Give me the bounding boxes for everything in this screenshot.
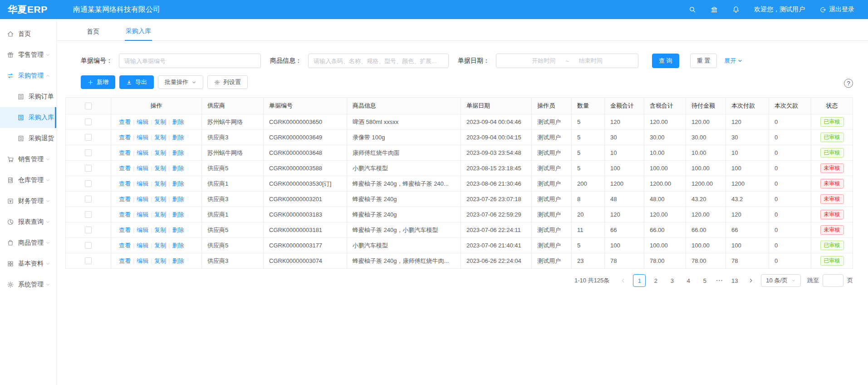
bank-icon[interactable] <box>711 6 718 13</box>
page-13-button[interactable]: 13 <box>728 274 741 287</box>
copy-link[interactable]: 复制 <box>154 118 166 125</box>
page-5-button[interactable]: 5 <box>698 274 711 287</box>
item-info-input[interactable] <box>308 54 449 68</box>
delete-link[interactable]: 删除 <box>172 165 184 172</box>
edit-link[interactable]: 编辑 <box>137 149 148 156</box>
search-button[interactable]: 查 询 <box>652 54 679 68</box>
row-checkbox[interactable] <box>85 134 92 141</box>
delete-link[interactable]: 删除 <box>172 257 184 264</box>
delete-link[interactable]: 删除 <box>172 196 184 202</box>
page-3-button[interactable]: 3 <box>666 274 678 287</box>
delete-link[interactable]: 删除 <box>172 227 184 233</box>
sidebar-item-basic[interactable]: 基本资料 <box>0 253 56 274</box>
add-button[interactable]: 新增 <box>81 75 115 89</box>
view-link[interactable]: 查看 <box>119 180 131 187</box>
sidebar-item-goods[interactable]: 商品管理 <box>0 232 56 253</box>
sidebar-item-purchase-order[interactable]: 采购订单 <box>0 86 56 107</box>
bill-no-input[interactable] <box>119 54 261 68</box>
paid-cell: 1200 <box>726 176 769 192</box>
home-icon <box>7 30 14 38</box>
edit-link[interactable]: 编辑 <box>137 211 148 218</box>
edit-link[interactable]: 编辑 <box>137 257 148 264</box>
delete-link[interactable]: 删除 <box>172 134 184 141</box>
sidebar-item-finance[interactable]: 财务管理 <box>0 191 56 212</box>
search-icon[interactable] <box>689 6 696 13</box>
status-badge: 已审核 <box>820 241 844 250</box>
copy-link[interactable]: 复制 <box>154 134 166 141</box>
copy-link[interactable]: 复制 <box>154 211 166 218</box>
copy-link[interactable]: 复制 <box>154 180 166 187</box>
sidebar-item-report[interactable]: 报表查询 <box>0 212 56 232</box>
view-link[interactable]: 查看 <box>119 196 131 202</box>
sidebar-item-label: 报表查询 <box>18 218 44 226</box>
sidebar-item-home[interactable]: 首页 <box>0 24 56 44</box>
date-cell: 2023-07-06 22:24:11 <box>461 222 532 238</box>
copy-link[interactable]: 复制 <box>154 165 166 172</box>
app-logo: 华夏ERP <box>0 3 57 16</box>
view-link[interactable]: 查看 <box>119 211 131 218</box>
row-checkbox[interactable] <box>85 196 92 202</box>
expand-link[interactable]: 展开 <box>724 57 743 65</box>
batch-operations-button[interactable]: 批量操作 <box>158 75 203 89</box>
sidebar-item-purchase-return[interactable]: 采购退货 <box>0 128 56 149</box>
qty-cell: 200 <box>572 176 605 192</box>
row-checkbox[interactable] <box>85 257 92 264</box>
row-select-cell <box>66 161 111 176</box>
edit-link[interactable]: 编辑 <box>137 242 148 249</box>
edit-link[interactable]: 编辑 <box>137 196 148 202</box>
export-button[interactable]: 导出 <box>119 75 154 89</box>
tab-home[interactable]: 首页 <box>86 28 100 40</box>
row-checkbox[interactable] <box>85 118 92 125</box>
delete-link[interactable]: 删除 <box>172 242 184 249</box>
reset-button[interactable]: 重 置 <box>690 54 717 68</box>
prev-page-button[interactable] <box>617 274 629 287</box>
row-checkbox[interactable] <box>85 242 92 249</box>
edit-link[interactable]: 编辑 <box>137 134 148 141</box>
row-checkbox[interactable] <box>85 227 92 233</box>
page-size-select[interactable]: 10 条/页 <box>761 274 801 287</box>
notification-bell-icon[interactable] <box>732 6 740 13</box>
edit-link[interactable]: 编辑 <box>137 165 148 172</box>
next-page-button[interactable] <box>745 274 757 287</box>
page-4-button[interactable]: 4 <box>682 274 695 287</box>
delete-link[interactable]: 删除 <box>172 180 184 187</box>
view-link[interactable]: 查看 <box>119 227 131 233</box>
edit-link[interactable]: 编辑 <box>137 118 148 125</box>
delete-link[interactable]: 删除 <box>172 118 184 125</box>
column-settings-button[interactable]: 列设置 <box>207 75 248 89</box>
sidebar-item-purchase[interactable]: 采购管理 <box>0 65 56 86</box>
pagination-ellipsis[interactable]: ••• <box>715 278 725 283</box>
sidebar-item-purchase-inbound[interactable]: 采购入库 <box>0 107 56 128</box>
jump-page-input[interactable] <box>823 274 843 287</box>
page-1-button[interactable]: 1 <box>633 274 646 287</box>
view-link[interactable]: 查看 <box>119 165 131 172</box>
copy-link[interactable]: 复制 <box>154 196 166 202</box>
view-link[interactable]: 查看 <box>119 134 131 141</box>
page-2-button[interactable]: 2 <box>649 274 662 287</box>
view-link[interactable]: 查看 <box>119 118 131 125</box>
sidebar-item-retail[interactable]: 零售管理 <box>0 44 56 65</box>
bill-date-range-input[interactable]: 开始时间 ~ 结束时间 <box>496 54 638 68</box>
help-icon[interactable]: ? <box>844 79 853 88</box>
delete-link[interactable]: 删除 <box>172 211 184 218</box>
row-checkbox[interactable] <box>85 149 92 156</box>
view-link[interactable]: 查看 <box>119 257 131 264</box>
view-link[interactable]: 查看 <box>119 149 131 156</box>
delete-link[interactable]: 删除 <box>172 149 184 156</box>
copy-link[interactable]: 复制 <box>154 242 166 249</box>
sidebar-item-system[interactable]: 系统管理 <box>0 274 56 295</box>
logout-button[interactable]: 退出登录 <box>819 5 854 14</box>
select-all-checkbox[interactable] <box>85 103 92 109</box>
copy-link[interactable]: 复制 <box>154 257 166 264</box>
tab-purchase-inbound[interactable]: 采购入库 <box>125 27 152 41</box>
row-checkbox[interactable] <box>85 165 92 172</box>
view-link[interactable]: 查看 <box>119 242 131 249</box>
copy-link[interactable]: 复制 <box>154 227 166 233</box>
copy-link[interactable]: 复制 <box>154 149 166 156</box>
sidebar-item-sales[interactable]: 销售管理 <box>0 149 56 170</box>
row-checkbox[interactable] <box>85 180 92 187</box>
edit-link[interactable]: 编辑 <box>137 227 148 233</box>
sidebar-item-warehouse[interactable]: 仓库管理 <box>0 170 56 191</box>
row-checkbox[interactable] <box>85 211 92 218</box>
edit-link[interactable]: 编辑 <box>137 180 148 187</box>
